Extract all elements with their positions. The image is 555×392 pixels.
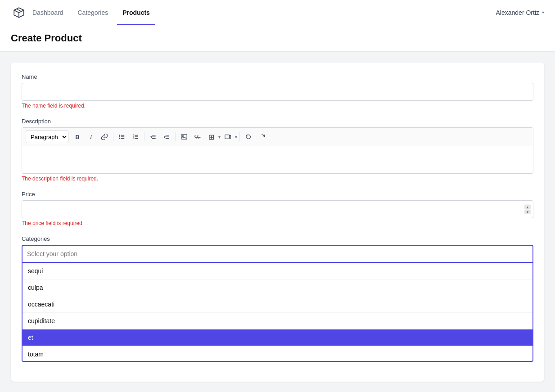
- price-decrement-button[interactable]: ▼: [524, 210, 531, 214]
- svg-point-1: [119, 135, 120, 136]
- form-card: Name The name field is required. Descrip…: [11, 63, 544, 382]
- link-button[interactable]: [98, 131, 111, 143]
- categories-dropdown: sequi culpa occaecati cupiditate et tota…: [22, 263, 533, 362]
- nav-products[interactable]: Products: [117, 0, 155, 25]
- media-dropdown-arrow[interactable]: ▾: [235, 135, 237, 140]
- toolbar-sep-2: [144, 132, 144, 141]
- price-error: The price field is required.: [22, 220, 533, 226]
- quote-button[interactable]: [191, 131, 204, 143]
- undo-button[interactable]: [242, 131, 255, 143]
- redo-icon: [259, 134, 265, 140]
- table-button[interactable]: ⊞: [205, 131, 217, 143]
- indent-increase-icon: [163, 134, 170, 140]
- category-option-totam[interactable]: totam: [23, 346, 532, 362]
- undo-icon: [245, 134, 252, 140]
- price-label: Price: [22, 191, 533, 198]
- category-option-cupiditate[interactable]: cupiditate: [23, 313, 532, 329]
- media-icon: [225, 134, 231, 140]
- page-content: Name The name field is required. Descrip…: [0, 52, 555, 392]
- indent-decrease-button[interactable]: [147, 131, 159, 143]
- name-label: Name: [22, 73, 533, 80]
- svg-rect-15: [225, 135, 230, 139]
- toolbar-sep-3: [175, 132, 176, 141]
- user-menu[interactable]: Alexander Ortiz ▾: [496, 9, 544, 16]
- link-icon: [101, 134, 108, 140]
- svg-text:3.: 3.: [133, 137, 135, 139]
- name-error: The name field is required.: [22, 103, 533, 109]
- bullet-list-button[interactable]: [116, 131, 128, 143]
- indent-increase-button[interactable]: [160, 131, 173, 143]
- name-field-group: Name The name field is required.: [22, 73, 533, 109]
- price-spinner: ▲ ▼: [524, 205, 531, 214]
- price-input[interactable]: [22, 200, 533, 218]
- description-label: Description: [22, 118, 533, 125]
- ordered-list-icon: 1.2.3.: [132, 134, 139, 140]
- logo-icon: [11, 5, 27, 21]
- user-chevron-icon: ▾: [542, 10, 544, 15]
- editor-toolbar: Paragraph B I 1.2.3.: [22, 128, 533, 146]
- name-input[interactable]: [22, 83, 533, 101]
- nav-dashboard[interactable]: Dashboard: [27, 0, 69, 25]
- redo-button[interactable]: [256, 131, 268, 143]
- page-title: Create Product: [11, 32, 544, 44]
- ordered-list-button[interactable]: 1.2.3.: [129, 131, 142, 143]
- paragraph-select[interactable]: Paragraph: [26, 131, 68, 143]
- toolbar-sep-4: [239, 132, 240, 141]
- page-header: Create Product: [0, 25, 555, 52]
- editor-wrapper: Paragraph B I 1.2.3.: [22, 127, 533, 174]
- toolbar-sep-1: [113, 132, 113, 141]
- user-name: Alexander Ortiz: [496, 9, 539, 16]
- price-increment-button[interactable]: ▲: [524, 205, 531, 209]
- category-option-occaecati[interactable]: occaecati: [23, 296, 532, 313]
- description-editor[interactable]: [22, 146, 533, 173]
- category-option-et[interactable]: et: [23, 329, 532, 346]
- category-option-culpa[interactable]: culpa: [23, 279, 532, 296]
- bullet-list-icon: [119, 134, 125, 140]
- categories-search-input[interactable]: [22, 245, 533, 263]
- navbar: Dashboard Categories Products Alexander …: [0, 0, 555, 25]
- description-error: The description field is required.: [22, 176, 533, 182]
- bold-button[interactable]: B: [71, 131, 84, 143]
- nav-links: Dashboard Categories Products: [27, 0, 155, 25]
- image-icon: [181, 134, 187, 140]
- price-field-group: Price ▲ ▼ The price field is required.: [22, 191, 533, 226]
- svg-point-3: [119, 136, 120, 138]
- media-button[interactable]: [221, 131, 234, 143]
- description-field-group: Description Paragraph B I: [22, 118, 533, 182]
- indent-decrease-icon: [150, 134, 156, 140]
- categories-label: Categories: [22, 235, 533, 242]
- italic-button[interactable]: I: [85, 131, 97, 143]
- image-button[interactable]: [178, 131, 190, 143]
- quote-icon: [194, 134, 201, 140]
- svg-point-14: [182, 135, 184, 137]
- category-option-sequi[interactable]: sequi: [23, 263, 532, 279]
- nav-categories[interactable]: Categories: [72, 0, 114, 25]
- table-dropdown-arrow[interactable]: ▾: [218, 135, 221, 140]
- price-input-wrap: ▲ ▼: [22, 200, 533, 218]
- categories-field-group: Categories sequi culpa occaecati cupidit…: [22, 235, 533, 362]
- svg-point-5: [119, 138, 120, 139]
